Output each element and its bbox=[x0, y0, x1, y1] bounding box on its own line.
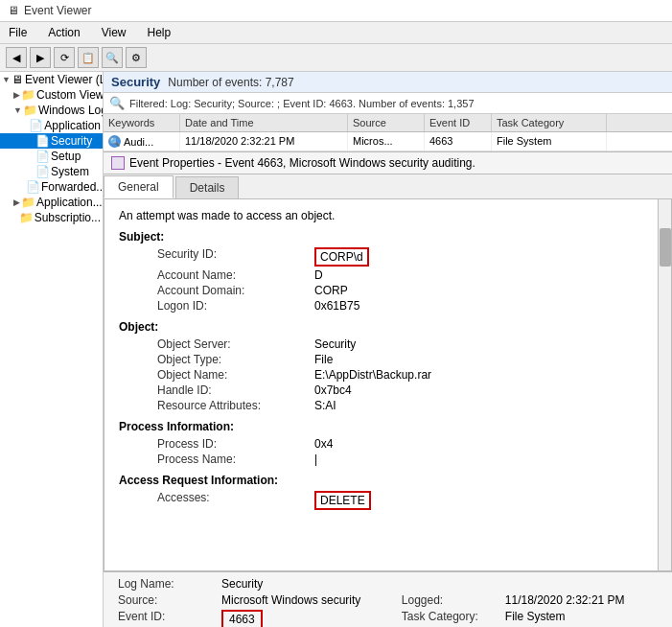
tree-item-forwarded[interactable]: 📄 Forwarded... bbox=[0, 179, 103, 195]
obj-name-label: Object Name: bbox=[157, 368, 311, 382]
tree-item-application[interactable]: 📄 Application bbox=[0, 118, 103, 133]
back-button[interactable]: ◀ bbox=[6, 47, 27, 68]
tree-label-root: Event Viewer (Local) bbox=[25, 73, 103, 86]
folder-icon-wl: 📁 bbox=[23, 104, 36, 117]
log-icon-sec: 📄 bbox=[35, 134, 49, 148]
scrollbar[interactable] bbox=[658, 199, 671, 570]
resource-attr-label: Resource Attributes: bbox=[157, 399, 311, 412]
security-title: Security bbox=[111, 75, 160, 89]
tree-item-security[interactable]: 📄 Security bbox=[0, 133, 103, 149]
tree-label-forwarded: Forwarded... bbox=[41, 180, 103, 194]
tree-item-custom-views[interactable]: ▶ 📁 Custom Views bbox=[0, 87, 103, 103]
tree-item-setup[interactable]: 📄 Setup bbox=[0, 149, 103, 164]
intro-text: An attempt was made to access an object. bbox=[119, 209, 652, 222]
subject-fields: Security ID: CORP\d Account Name: D Acco… bbox=[157, 247, 652, 313]
menu-help[interactable]: Help bbox=[143, 24, 176, 41]
sec-id-label: Security ID: bbox=[157, 247, 311, 267]
tree-label-application: Application bbox=[44, 119, 101, 132]
tab-general[interactable]: General bbox=[104, 175, 174, 198]
bottom-panel: Log Name: Security Source: Microsoft Win… bbox=[104, 571, 672, 627]
object-fields: Object Server: Security Object Type: Fil… bbox=[157, 337, 652, 412]
tree-item-root[interactable]: ▼ 🖥 Event Viewer (Local) bbox=[0, 72, 103, 87]
source-value: Microsoft Windows security bbox=[221, 593, 394, 607]
accesses-value: DELETE bbox=[314, 491, 652, 510]
props-icon bbox=[111, 156, 125, 170]
handle-id-value: 0x7bc4 bbox=[314, 383, 652, 397]
logged-label: Logged: bbox=[402, 593, 498, 607]
col-eventid[interactable]: Event ID bbox=[425, 114, 492, 131]
filter-button[interactable]: 🔍 bbox=[102, 47, 123, 68]
taskcategory-value: File System bbox=[505, 610, 658, 627]
cell-datetime: 11/18/2020 2:32:21 PM bbox=[180, 132, 348, 151]
table-row[interactable]: 🔍 Audi... 11/18/2020 2:32:21 PM Micros..… bbox=[104, 132, 672, 151]
sec-id-value: CORP\d bbox=[314, 247, 652, 267]
taskcategory-label: Task Category: bbox=[402, 610, 498, 627]
audit-icon: 🔍 bbox=[108, 135, 121, 148]
cell-keyword: 🔍 Audi... bbox=[104, 132, 180, 151]
col-datetime[interactable]: Date and Time bbox=[180, 114, 348, 131]
security-header: Security Number of events: 7,787 bbox=[104, 72, 672, 93]
tree-label-system: System bbox=[51, 165, 89, 178]
process-fields: Process ID: 0x4 Process Name: | bbox=[157, 437, 652, 466]
obj-server-label: Object Server: bbox=[157, 337, 311, 351]
filter-icon: 🔍 bbox=[109, 96, 125, 110]
tree-item-subscriptions[interactable]: 📁 Subscriptio... bbox=[0, 210, 103, 225]
expand-icon-as: ▶ bbox=[13, 197, 20, 207]
tree-item-windows-logs[interactable]: ▼ 📁 Windows Logs bbox=[0, 103, 103, 118]
col-source[interactable]: Source bbox=[348, 114, 425, 131]
process-info-label: Process Information: bbox=[119, 420, 652, 433]
scrollbar-thumb[interactable] bbox=[660, 228, 671, 267]
acct-domain-label: Account Domain: bbox=[157, 284, 311, 297]
folder-icon-sub: 📁 bbox=[19, 211, 33, 224]
col-keywords[interactable]: Keywords bbox=[104, 114, 180, 131]
event-props-title: Event Properties - Event 4663, Microsoft… bbox=[129, 156, 475, 170]
log-icon-setup: 📄 bbox=[35, 150, 49, 163]
expand-icon-wl: ▼ bbox=[13, 105, 22, 115]
tab-details[interactable]: Details bbox=[175, 176, 240, 198]
event-props-header: Event Properties - Event 4663, Microsoft… bbox=[104, 151, 672, 174]
cell-eventid: 4663 bbox=[425, 132, 492, 151]
accesses-label: Accesses: bbox=[157, 491, 311, 510]
log-name-label: Log Name: bbox=[118, 577, 214, 591]
tree-label-subscriptions: Subscriptio... bbox=[35, 211, 101, 224]
main-container: ▼ 🖥 Event Viewer (Local) ▶ 📁 Custom View… bbox=[0, 72, 672, 627]
eventid-value: 4663 bbox=[221, 610, 394, 627]
menu-view[interactable]: View bbox=[97, 24, 131, 41]
properties-button[interactable]: ⚙ bbox=[126, 47, 147, 68]
refresh-button[interactable]: ⟳ bbox=[54, 47, 75, 68]
menu-file[interactable]: File bbox=[4, 24, 32, 41]
bottom-info-grid: Log Name: Security Source: Microsoft Win… bbox=[118, 577, 658, 627]
forward-button[interactable]: ▶ bbox=[30, 47, 51, 68]
right-panel: Security Number of events: 7,787 🔍 Filte… bbox=[104, 72, 672, 627]
copy-button[interactable]: 📋 bbox=[78, 47, 99, 68]
content-text: An attempt was made to access an object.… bbox=[119, 209, 652, 510]
tree-label-apps-services: Application... bbox=[36, 196, 103, 209]
left-panel: ▼ 🖥 Event Viewer (Local) ▶ 📁 Custom View… bbox=[0, 72, 104, 627]
obj-type-label: Object Type: bbox=[157, 353, 311, 366]
tree-label-windows-logs: Windows Logs bbox=[38, 104, 103, 117]
title-text: Event Viewer bbox=[24, 4, 91, 17]
access-fields: Accesses: DELETE bbox=[157, 491, 652, 510]
expand-icon-cv: ▶ bbox=[13, 90, 20, 100]
tree-item-apps-services[interactable]: ▶ 📁 Application... bbox=[0, 195, 103, 210]
logon-id-value: 0x61B75 bbox=[314, 299, 652, 313]
tabs-container: General Details bbox=[104, 174, 672, 199]
log-icon-fwd: 📄 bbox=[26, 180, 39, 194]
menu-action[interactable]: Action bbox=[43, 24, 84, 41]
eventid-label: Event ID: bbox=[118, 610, 214, 627]
cell-source: Micros... bbox=[348, 132, 425, 151]
process-id-value: 0x4 bbox=[314, 437, 652, 451]
security-id-highlight: CORP\d bbox=[314, 247, 369, 267]
acct-name-label: Account Name: bbox=[157, 268, 311, 282]
content-area[interactable]: An attempt was made to access an object.… bbox=[104, 199, 672, 571]
expand-icon: ▼ bbox=[2, 75, 11, 84]
col-taskcategory[interactable]: Task Category bbox=[492, 114, 607, 131]
toolbar: ◀ ▶ ⟳ 📋 🔍 ⚙ bbox=[0, 44, 672, 72]
tree-item-system[interactable]: 📄 System bbox=[0, 164, 103, 179]
cell-taskcategory: File System bbox=[492, 132, 607, 151]
tree-label-custom-views: Custom Views bbox=[36, 88, 103, 102]
table-header: Keywords Date and Time Source Event ID T… bbox=[104, 114, 672, 132]
process-name-value: | bbox=[314, 453, 652, 466]
log-name-value: Security bbox=[221, 577, 394, 591]
process-name-label: Process Name: bbox=[157, 453, 311, 466]
